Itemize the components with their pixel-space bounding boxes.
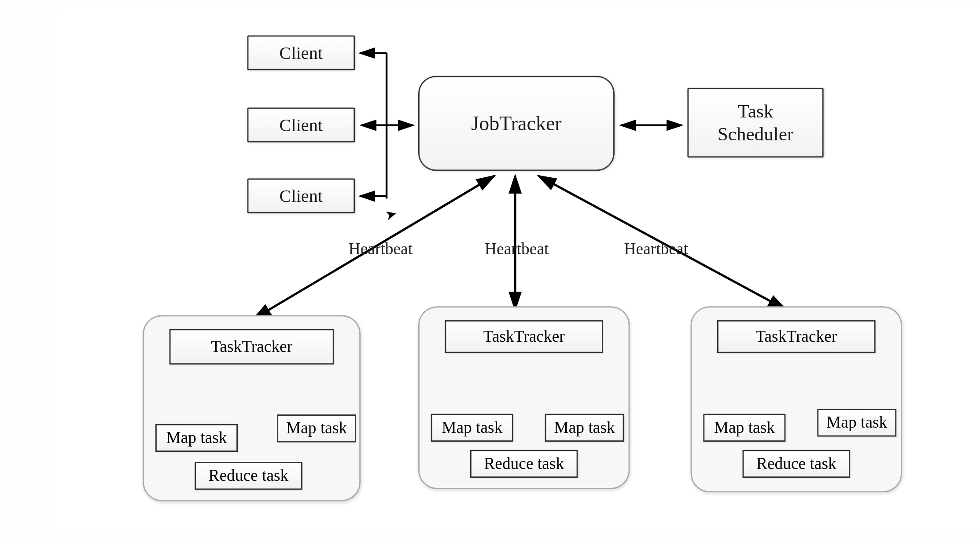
client-label: Client [280,186,323,206]
reduce-task-3: Reduce task [743,450,851,478]
map-task-label: Map task [554,418,615,437]
reduce-task-label: Reduce task [209,466,289,485]
heartbeat-label-1: Heartbeat [349,240,413,259]
tasktracker-panel-1: TaskTracker Map task Map task Reduce tas… [143,315,361,501]
map-task-label: Map task [714,418,775,437]
tasktracker-panel-3: TaskTracker Map task Map task Reduce tas… [691,306,902,492]
tasktracker-title-label: TaskTracker [211,337,292,356]
heartbeat-label-2: Heartbeat [485,240,549,259]
map-task-left-3: Map task [703,414,785,442]
tasktracker-title-label: TaskTracker [755,327,837,346]
reduce-task-2: Reduce task [470,450,578,478]
jobtracker-label: JobTracker [471,112,561,135]
map-task-label: Map task [826,413,887,432]
map-task-right-1: Map task [277,414,356,442]
map-task-left-2: Map task [431,414,513,442]
reduce-task-label: Reduce task [756,454,836,473]
map-task-label: Map task [166,428,227,447]
task-scheduler-box: Task Scheduler [687,88,823,157]
reduce-task-1: Reduce task [195,462,302,490]
client-box-2: Client [247,107,355,142]
map-task-right-2: Map task [545,414,624,442]
scheduler-label-line2: Scheduler [718,123,794,146]
tasktracker-title-label: TaskTracker [483,327,565,346]
tasktracker-title-3: TaskTracker [717,320,876,353]
diagram-canvas: Client Client Client JobTracker Task Sch… [57,9,980,528]
client-label: Client [280,43,323,63]
client-label: Client [280,115,323,135]
client-box-3: Client [247,179,355,213]
reduce-task-label: Reduce task [484,454,564,473]
map-task-label: Map task [286,419,347,438]
jobtracker-box: JobTracker [418,76,615,171]
cursor-icon: ➤ [383,205,399,224]
client-box-1: Client [247,35,355,70]
map-task-left-1: Map task [155,424,238,452]
heartbeat-label-3: Heartbeat [624,240,688,259]
scheduler-label-line1: Task [738,100,774,123]
tasktracker-title-1: TaskTracker [169,329,334,365]
tasktracker-title-2: TaskTracker [445,320,603,353]
map-task-label: Map task [442,418,502,437]
map-task-right-3: Map task [817,409,896,436]
tasktracker-panel-2: TaskTracker Map task Map task Reduce tas… [418,306,630,489]
